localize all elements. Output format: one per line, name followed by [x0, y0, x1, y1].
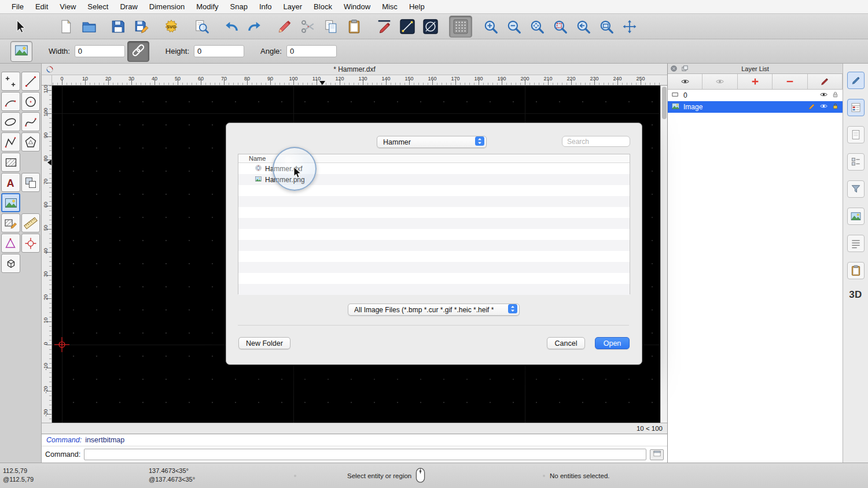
paste-button[interactable]	[343, 16, 366, 38]
edit-layer-button[interactable]	[808, 74, 843, 89]
clipboard-panel-button[interactable]	[847, 262, 865, 279]
menu-item-misc[interactable]: Misc	[376, 0, 403, 14]
tsnap-icon	[24, 236, 38, 250]
open-file-button[interactable]	[78, 16, 101, 38]
vertical-scrollbar[interactable]	[660, 86, 667, 423]
menu-item-view[interactable]: View	[54, 0, 82, 14]
menu-item-layer[interactable]: Layer	[278, 0, 308, 14]
file-type-dropdown[interactable]: All Image Files (*.bmp *.cur *.gif *.hei…	[348, 304, 520, 316]
point-tool-button[interactable]	[1, 72, 20, 91]
copy-button[interactable]	[319, 16, 343, 38]
image-tool-button[interactable]	[1, 193, 20, 212]
undo-button[interactable]	[220, 16, 243, 38]
cancel-button[interactable]: Cancel	[547, 337, 585, 349]
draw-pen-button[interactable]	[373, 16, 396, 38]
redo-button[interactable]	[243, 16, 266, 38]
cad-tool-palette: A	[0, 64, 42, 463]
property-editor-panel-button[interactable]	[847, 72, 865, 89]
previous-view-button[interactable]	[572, 16, 595, 38]
draw-order-tool-button[interactable]	[21, 173, 41, 192]
command-input[interactable]	[84, 449, 646, 460]
menu-item-edit[interactable]: Edit	[30, 0, 54, 14]
layer-panel-title-bar[interactable]: Layer List	[668, 64, 843, 74]
arc-tool-button[interactable]	[1, 92, 20, 111]
layer-lock-icon[interactable]	[832, 102, 839, 112]
line-tool-button[interactable]	[21, 72, 41, 91]
menu-item-modify[interactable]: Modify	[190, 0, 224, 14]
menu-item-select[interactable]: Select	[82, 0, 114, 14]
svg-export-button[interactable]: SVG	[160, 16, 183, 38]
menu-item-help[interactable]: Help	[403, 0, 431, 14]
ellipse-tool-button[interactable]	[1, 112, 20, 131]
location-dropdown[interactable]: Hammer	[377, 136, 487, 148]
selection-filter-panel-button[interactable]	[847, 180, 865, 198]
line-dark-button[interactable]	[396, 16, 419, 38]
close-panel-icon[interactable]	[670, 65, 678, 73]
add-layer-button[interactable]	[738, 74, 773, 89]
block-list-panel-button[interactable]	[847, 126, 865, 143]
save-file-button[interactable]	[106, 16, 130, 38]
hatch-tool-button[interactable]	[1, 153, 20, 172]
layer-row[interactable]: 0	[668, 90, 843, 101]
layer-list-panel-button[interactable]	[847, 99, 865, 116]
edit-pen-button[interactable]	[273, 16, 296, 38]
menu-item-dimension[interactable]: Dimension	[144, 0, 190, 14]
menu-item-info[interactable]: Info	[253, 0, 278, 14]
zoom-out-button[interactable]	[502, 16, 525, 38]
spline-tool-button[interactable]	[21, 112, 41, 131]
show-active-layer-button[interactable]	[703, 74, 737, 89]
view-list-panel-button[interactable]	[847, 153, 865, 171]
insert-image-active-tool[interactable]	[10, 41, 32, 62]
library-browser-panel-button[interactable]	[847, 208, 865, 225]
new-folder-button[interactable]: New Folder	[238, 337, 290, 349]
menu-item-file[interactable]: File	[6, 0, 30, 14]
command-options-button[interactable]	[650, 449, 664, 460]
hatch-edit-tool-button[interactable]	[1, 213, 20, 232]
open-button[interactable]: Open	[595, 337, 630, 349]
dpage-icon	[850, 129, 862, 141]
layer-row[interactable]: Image	[668, 101, 843, 113]
float-panel-icon[interactable]	[681, 65, 689, 73]
ellipse-dark-button[interactable]	[419, 16, 442, 38]
search-input[interactable]	[562, 136, 630, 147]
grid-toggle-button[interactable]	[449, 16, 472, 38]
auto-zoom-button[interactable]	[525, 16, 549, 38]
modify-tool-button[interactable]	[1, 234, 20, 253]
menu-item-block[interactable]: Block	[308, 0, 338, 14]
zoom-in-button[interactable]	[479, 16, 502, 38]
select-cursor-button[interactable]	[8, 16, 31, 38]
pan-zoom-button[interactable]	[618, 16, 641, 38]
layer-lock-icon[interactable]	[832, 91, 839, 100]
tcube-icon	[4, 257, 18, 271]
vertical-scrollbar-thumb[interactable]	[662, 87, 667, 119]
grid-status-strip: 10 < 100	[42, 423, 667, 434]
layer-visible-icon[interactable]	[819, 102, 828, 112]
snap-tool-button[interactable]	[21, 234, 41, 253]
zoom-window-button[interactable]	[595, 16, 618, 38]
text-tool-button[interactable]: A	[1, 173, 20, 192]
layer-visible-icon[interactable]	[819, 90, 828, 101]
show-all-layers-button[interactable]	[668, 74, 703, 89]
edit-layer-icon[interactable]	[808, 102, 816, 112]
height-input[interactable]	[194, 45, 244, 57]
measure-tool-button[interactable]	[21, 213, 41, 232]
menu-item-snap[interactable]: Snap	[225, 0, 253, 14]
3d-view-label[interactable]: 3D	[849, 289, 862, 301]
command-history-panel-button[interactable]	[847, 235, 865, 252]
shape-tool-button[interactable]	[21, 132, 41, 151]
angle-input[interactable]	[286, 45, 337, 57]
circle-tool-button[interactable]	[21, 92, 41, 111]
maintain-aspect-ratio-button[interactable]	[127, 41, 149, 62]
width-input[interactable]	[75, 45, 125, 57]
print-preview-button[interactable]	[190, 16, 213, 38]
cut-button[interactable]	[296, 16, 319, 38]
document-title-bar[interactable]: * Hammer.dxf	[42, 64, 667, 75]
new-file-button[interactable]	[54, 16, 78, 38]
menu-item-draw[interactable]: Draw	[114, 0, 143, 14]
zoom-selection-button[interactable]	[549, 16, 572, 38]
remove-layer-button[interactable]	[773, 74, 807, 89]
save-as-button[interactable]	[130, 16, 153, 38]
menu-item-window[interactable]: Window	[338, 0, 376, 14]
polyline-tool-button[interactable]	[1, 132, 20, 151]
solid-tool-button[interactable]	[1, 254, 20, 273]
